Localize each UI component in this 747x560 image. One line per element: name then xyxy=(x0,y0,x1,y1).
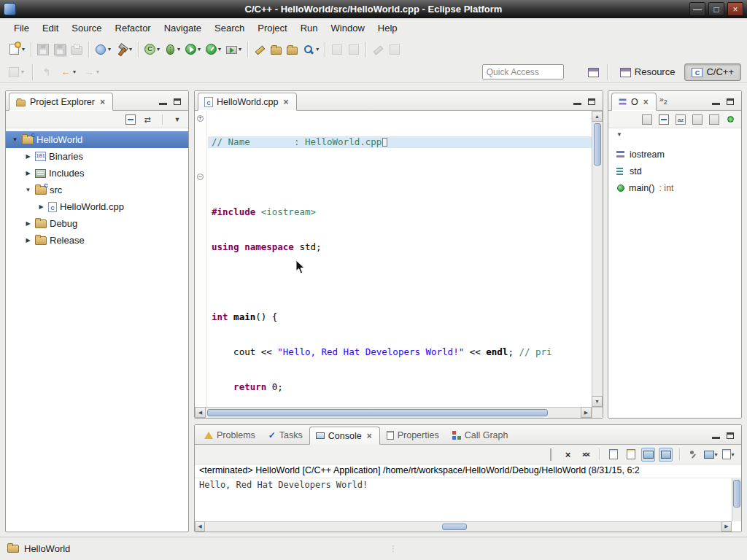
maximize-editor-icon[interactable] xyxy=(588,98,595,105)
horizontal-scroll-thumb[interactable] xyxy=(442,524,467,530)
scroll-left-icon[interactable]: ◀ xyxy=(195,521,205,532)
collapse-arrow-icon[interactable] xyxy=(24,237,32,244)
outline-item-std[interactable]: std xyxy=(608,163,741,179)
view-menu-icon[interactable] xyxy=(172,114,182,125)
menu-run[interactable]: Run xyxy=(294,20,325,36)
tab-problems[interactable]: Problems xyxy=(198,426,262,444)
menu-refactor[interactable]: Refactor xyxy=(109,20,158,36)
tab-project-explorer[interactable]: Project Explorer xyxy=(9,93,113,111)
view-overflow-chevron[interactable]: »2 xyxy=(657,95,669,110)
open-perspective-button[interactable] xyxy=(586,64,601,79)
maximize-view-icon[interactable] xyxy=(727,98,734,105)
save-button[interactable] xyxy=(35,42,51,58)
tree-item-helloworld-cpp[interactable]: HelloWorld.cpp xyxy=(6,198,188,215)
console-body[interactable]: Hello, Red Hat Developers World! ◀ ▶ xyxy=(195,478,741,532)
scroll-up-icon[interactable]: ▲ xyxy=(592,111,603,122)
maximize-button[interactable]: □ xyxy=(708,2,724,16)
tab-properties[interactable]: Properties xyxy=(380,426,446,444)
scroll-right-icon[interactable]: ▶ xyxy=(581,407,592,418)
skip-all-breakpoints-button[interactable] xyxy=(93,42,113,58)
link-with-editor-toolbar-button[interactable] xyxy=(387,42,403,58)
window-menu-icon[interactable] xyxy=(4,3,16,15)
hide-fields-icon[interactable] xyxy=(692,114,703,125)
show-on-stderr-button[interactable] xyxy=(659,448,673,462)
statusbar-grip[interactable] xyxy=(389,544,398,553)
vertical-scroll-thumb[interactable] xyxy=(733,480,740,508)
hide-static-members-icon[interactable] xyxy=(709,114,719,125)
menu-edit[interactable]: Edit xyxy=(36,20,65,36)
editor-horizontal-scrollbar[interactable]: ◀ ▶ xyxy=(195,407,592,418)
new-wizard-button[interactable] xyxy=(6,42,27,57)
clear-console-button[interactable] xyxy=(606,448,620,462)
focus-element-icon[interactable] xyxy=(642,114,652,125)
close-editor-icon[interactable] xyxy=(282,98,290,106)
forward-button[interactable]: → xyxy=(81,64,101,80)
remove-launch-button[interactable] xyxy=(561,448,575,462)
code-area[interactable]: // Name : HelloWorld.cpp #include <iostr… xyxy=(208,111,592,407)
menu-window[interactable]: Window xyxy=(325,20,371,36)
tab-call-graph[interactable]: Call Graph xyxy=(446,426,515,444)
show-on-stdout-button[interactable] xyxy=(641,448,655,462)
collapse-arrow-icon[interactable] xyxy=(24,153,32,160)
close-view-icon[interactable] xyxy=(365,432,374,440)
profile-button[interactable] xyxy=(204,42,223,57)
tree-item-src[interactable]: src xyxy=(6,182,188,198)
scroll-down-icon[interactable]: ▼ xyxy=(592,396,603,407)
back-to-last-edit-button[interactable]: ↰ xyxy=(39,64,55,80)
print-button[interactable] xyxy=(69,42,85,57)
maximize-view-icon[interactable] xyxy=(174,98,181,105)
tree-item-includes[interactable]: Includes xyxy=(6,165,188,182)
terminate-button[interactable] xyxy=(543,448,557,462)
external-tools-button[interactable] xyxy=(224,42,244,56)
save-all-button[interactable] xyxy=(52,42,68,58)
mark-occurrences-button[interactable] xyxy=(252,42,268,58)
sort-icon[interactable] xyxy=(676,114,686,125)
fold-collapsed-icon[interactable] xyxy=(197,115,204,122)
open-resource-button[interactable] xyxy=(285,42,300,57)
maximize-view-icon[interactable] xyxy=(727,432,734,439)
outline-item-main[interactable]: main() : int xyxy=(608,179,741,196)
outline-item-iostream[interactable]: iostream xyxy=(608,146,741,163)
console-horizontal-scrollbar[interactable]: ◀ ▶ xyxy=(195,521,732,532)
collapse-arrow-icon[interactable] xyxy=(24,170,32,176)
new-cpp-class-button[interactable] xyxy=(142,42,162,57)
menu-search[interactable]: Search xyxy=(208,20,251,36)
display-selected-console-button[interactable] xyxy=(704,448,718,462)
next-annotation-button[interactable] xyxy=(329,42,345,58)
back-button[interactable]: ← xyxy=(58,64,78,80)
menu-help[interactable]: Help xyxy=(371,20,404,36)
collapse-arrow-icon[interactable] xyxy=(24,220,32,227)
link-with-editor-icon[interactable] xyxy=(142,114,152,125)
last-edit-location-button[interactable] xyxy=(370,42,386,58)
minimize-button[interactable]: — xyxy=(689,2,705,16)
console-vertical-scrollbar[interactable] xyxy=(732,478,741,521)
minimize-editor-icon[interactable] xyxy=(573,98,581,105)
close-view-icon[interactable] xyxy=(98,98,107,106)
outline-view-menu-icon[interactable] xyxy=(614,130,624,140)
pin-console-button[interactable] xyxy=(686,448,700,462)
collapse-all-icon[interactable] xyxy=(659,114,669,125)
horizontal-scroll-thumb[interactable] xyxy=(207,409,548,416)
close-view-icon[interactable] xyxy=(642,98,650,106)
scroll-left-icon[interactable]: ◀ xyxy=(195,407,206,418)
scroll-right-icon[interactable]: ▶ xyxy=(721,521,732,532)
debug-button[interactable] xyxy=(163,42,182,57)
search-button[interactable] xyxy=(301,42,321,58)
tree-item-helloworld[interactable]: HelloWorld xyxy=(6,131,188,148)
expand-arrow-icon[interactable] xyxy=(24,187,32,193)
menu-navigate[interactable]: Navigate xyxy=(158,20,208,36)
minimize-view-icon[interactable] xyxy=(159,98,167,105)
tab-helloworld-cpp[interactable]: HelloWorld.cpp xyxy=(198,93,297,111)
editor-vertical-scrollbar[interactable]: ▲ ▼ xyxy=(592,111,603,407)
tree-item-binaries[interactable]: Binaries xyxy=(6,148,188,165)
open-element-button[interactable] xyxy=(268,42,284,57)
build-all-button[interactable] xyxy=(114,42,134,58)
collapse-arrow-icon[interactable] xyxy=(37,203,45,210)
previous-annotation-button[interactable] xyxy=(346,42,362,58)
tab-tasks[interactable]: Tasks xyxy=(262,426,309,444)
collapse-all-icon[interactable] xyxy=(125,114,136,125)
pin-editor-button[interactable] xyxy=(6,64,26,80)
hide-non-public-members-icon[interactable] xyxy=(727,116,734,122)
menu-source[interactable]: Source xyxy=(65,20,108,36)
open-console-button[interactable] xyxy=(721,448,735,462)
